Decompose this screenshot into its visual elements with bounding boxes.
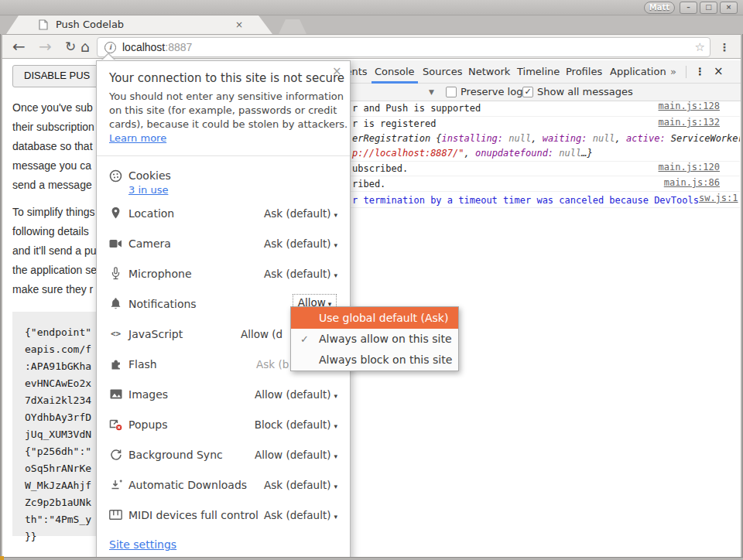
preserve-log-label[interactable]: Preserve log [461,84,522,101]
code-line: eapis.com/f [25,341,91,358]
filter-dropdown-icon[interactable]: ▼ [429,87,434,97]
permission-label: Background Sync [128,449,223,461]
permission-value-dropdown[interactable]: Ask (default)▾ [264,207,337,220]
tab-sources[interactable]: Sources [423,60,462,83]
code-line: Zc9p2b1aUNk [25,494,91,511]
site-info-icon[interactable]: i [104,42,116,53]
console-toolbar: ▼ Preserve log ✓ Show all messages [337,84,741,101]
menu-item-use-global-default[interactable]: Use global default (Ask) [291,307,458,329]
preserve-log-checkbox[interactable] [446,87,457,97]
disable-push-button[interactable]: DISABLE PUS [12,65,101,87]
code-line: evHNCAwEo2x [25,375,91,392]
chevron-down-icon: ▾ [334,513,337,521]
cookie-icon [109,169,122,183]
reload-icon[interactable]: ↻ [65,35,76,59]
browser-menu-icon[interactable]: ⋮ [719,39,730,56]
console-source-link[interactable]: main.js:86 [664,177,720,188]
body-line: on this site (for example, passwords or … [109,104,348,118]
console-row: ubscribed. main.js:120 [337,162,740,176]
window-maximize-button[interactable]: □ [700,2,717,14]
console-row: r is registered main.js:132 [337,117,740,131]
tabbar-divider [686,66,687,78]
page-text-line: and it'll send a pu [12,243,97,258]
cookies-in-use-link[interactable]: 3 in use [128,184,168,196]
page-text-line: Once you've sub [12,100,93,115]
window-close-button[interactable]: × [720,2,738,14]
learn-more-link[interactable]: Learn more [109,132,166,144]
image-icon [109,388,122,401]
code-line: }} [25,528,37,545]
permission-value-dropdown[interactable]: Allow (default)▾ [255,449,337,461]
popover-body: You should not enter any sensitive infor… [109,90,348,145]
preview-text: erRegistration {installing: null, waitin… [352,131,740,146]
window-resize-grip[interactable] [0,556,4,560]
page-text-line: make sure they r [12,282,93,297]
permission-label: MIDI devices full control [128,509,259,521]
console-row: ribed. main.js:86 [337,177,740,192]
bookmark-star-icon[interactable]: ☆ [695,40,705,54]
chevron-down-icon: ▾ [334,392,337,400]
permission-value-dropdown[interactable]: Ask (default)▾ [264,509,337,521]
code-line: 7dXai2kl234 [25,392,91,409]
popover-title: Your connection to this site is not secu… [109,71,344,85]
url-host: localhost [122,41,165,53]
console-row: r and Push is supported main.js:128 [337,101,740,117]
popup-blocked-icon [109,418,122,431]
checkmark-icon: ✓ [300,329,309,350]
show-all-messages-label[interactable]: Show all messages [537,84,633,101]
camera-icon [109,237,122,250]
page-text-line: To simplify things [12,204,95,220]
code-line: W_MkJzAAhjf [25,477,91,494]
address-bar[interactable]: i localhost :8887 [97,37,710,57]
notifications-permission-menu: Use global default (Ask) ✓Always allow o… [290,306,459,371]
tab-push-codelab[interactable]: Push Codelab × [6,15,272,34]
forward-icon[interactable]: → [39,35,52,59]
tab-profiles[interactable]: Profiles [566,60,602,83]
permission-label: Flash [128,358,157,370]
new-tab-button[interactable] [279,19,306,34]
console-object-preview[interactable]: erRegistration {installing: null, waitin… [337,131,740,146]
sync-icon [109,448,122,461]
console-source-link[interactable]: main.js:120 [659,162,720,172]
menu-item-always-block[interactable]: Always block on this site [291,350,458,370]
popover-caret [102,54,115,60]
menu-item-always-allow[interactable]: ✓Always allow on this site [291,329,458,350]
console-row: r termination by a timeout timer was can… [337,193,740,208]
permission-value-dropdown[interactable]: Allow (default)▾ [255,388,337,401]
console-object-preview[interactable]: p://localhost:8887/", onupdatefound: nul… [337,146,740,161]
console-source-link[interactable]: main.js:128 [659,101,720,111]
console-source-link[interactable]: sw.js:1 [699,193,738,203]
code-line: OYdhbAy3rfD [25,409,91,426]
permission-label: Automatic Downloads [128,479,247,491]
show-all-messages-checkbox[interactable]: ✓ [522,87,533,97]
permission-value-dropdown[interactable]: Block (default)▾ [255,418,337,431]
tab-application[interactable]: Application [610,60,666,83]
permission-label: Camera [128,237,171,250]
session-user-badge: Matt [644,2,675,14]
devtools-menu-icon[interactable]: ⋮ [695,60,705,83]
javascript-icon: <> [109,327,122,340]
devtools-close-icon[interactable]: × [714,60,724,83]
window-minimize-button[interactable]: – [680,2,697,14]
tab-timeline[interactable]: Timeline [517,60,560,83]
permission-label: Popups [128,418,167,431]
javascript-value-fragment[interactable]: Allow (d [241,328,282,340]
tab-network[interactable]: Network [468,60,510,83]
code-line: {"p256dh":" [25,443,91,460]
flash-value-fragment[interactable]: Ask (b [256,358,289,370]
permission-label: JavaScript [128,328,183,340]
permission-value-dropdown[interactable]: Ask (default)▾ [264,237,337,250]
code-line: jUq_XUM3VdN [25,426,91,443]
code-line: {"endpoint" [25,324,91,341]
tab-console[interactable]: Console [375,60,415,83]
home-icon[interactable]: ⌂ [80,35,90,59]
bell-icon [109,297,122,310]
permission-value-dropdown[interactable]: Ask (default)▾ [264,268,337,280]
permission-value-dropdown[interactable]: Ask (default)▾ [264,479,337,491]
permission-row-midi: MIDI devices full control Ask (default)▾ [97,500,350,530]
more-tabs-icon[interactable]: » [670,60,676,83]
back-icon[interactable]: ← [12,35,26,59]
console-source-link[interactable]: main.js:132 [659,117,720,131]
tab-close-icon[interactable]: × [235,15,243,34]
site-settings-link[interactable]: Site settings [109,538,176,551]
